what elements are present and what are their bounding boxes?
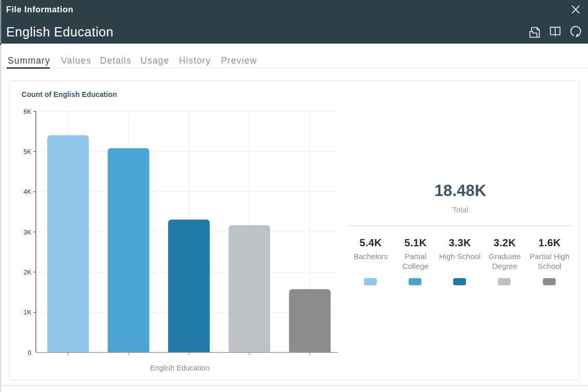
svg-text:5K: 5K [24, 148, 32, 155]
svg-text:6K: 6K [24, 108, 32, 115]
svg-text:2K: 2K [24, 269, 32, 276]
svg-text:English Education: English Education [150, 364, 210, 372]
svg-text:4K: 4K [24, 188, 32, 195]
svg-text:0: 0 [28, 349, 31, 357]
svg-text:1K: 1K [24, 309, 32, 316]
svg-text:3K: 3K [24, 229, 32, 236]
